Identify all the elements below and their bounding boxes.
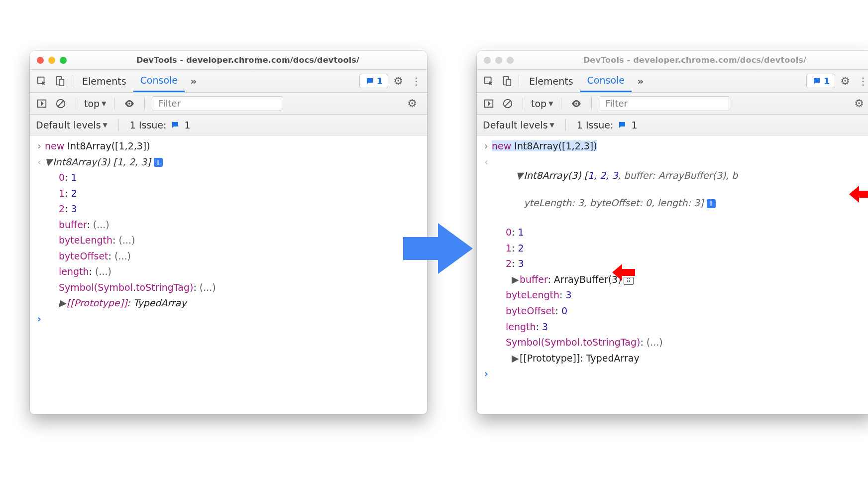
- separator: [519, 75, 519, 87]
- sidebar-toggle-icon[interactable]: [482, 97, 496, 111]
- context-selector[interactable]: top ▼: [84, 98, 106, 109]
- window-title: DevTools - developer.chrome.com/docs/dev…: [523, 55, 867, 65]
- separator: [561, 98, 561, 110]
- live-expression-icon[interactable]: [569, 97, 583, 111]
- callout-arrow-icon: [612, 264, 635, 281]
- devtools-window-before: DevTools - developer.chrome.com/docs/dev…: [30, 51, 427, 414]
- separator: [523, 98, 523, 110]
- prop-row[interactable]: ▶[[Prototype]]: TypedArray: [477, 351, 868, 367]
- tab-console[interactable]: Console: [580, 70, 632, 92]
- disclosure-open-icon[interactable]: ▼: [45, 155, 51, 169]
- zoom-icon[interactable]: [507, 57, 514, 64]
- prop-row[interactable]: byteOffset: 0: [477, 303, 868, 319]
- prop-row[interactable]: length: 3: [477, 319, 868, 335]
- device-icon[interactable]: [51, 74, 69, 89]
- prop-row[interactable]: 0: 1: [477, 225, 868, 241]
- separator: [591, 98, 592, 110]
- issue-indicator[interactable]: 1 Issue: 1: [577, 120, 638, 130]
- titlebar[interactable]: DevTools - developer.chrome.com/docs/dev…: [30, 51, 427, 70]
- prop-row[interactable]: Symbol(Symbol.toStringTag): (...): [30, 280, 427, 296]
- svg-point-11: [575, 103, 577, 105]
- prop-row[interactable]: byteLength: (...): [30, 233, 427, 249]
- clear-icon[interactable]: [54, 97, 68, 111]
- tab-elements[interactable]: Elements: [522, 70, 580, 92]
- prop-row[interactable]: 2: 3: [30, 201, 427, 217]
- separator: [72, 75, 72, 87]
- issues-count: 1: [824, 76, 830, 86]
- issues-count: 1: [377, 76, 383, 86]
- tab-elements[interactable]: Elements: [75, 70, 133, 92]
- chevron-down-icon: ▼: [103, 122, 108, 128]
- device-icon[interactable]: [498, 74, 516, 89]
- issue-label: 1 Issue:: [577, 120, 614, 130]
- minimize-icon[interactable]: [48, 57, 55, 64]
- clear-icon[interactable]: [501, 97, 515, 111]
- callout-arrow-icon: [849, 186, 868, 203]
- zoom-icon[interactable]: [60, 57, 67, 64]
- filter-input[interactable]: [153, 96, 282, 111]
- context-selector[interactable]: top ▼: [531, 98, 553, 109]
- kebab-icon[interactable]: ⋮: [411, 75, 421, 87]
- devtools-tabrow: Elements Console » 1 ⚙ ⋮: [30, 70, 427, 93]
- info-badge-icon[interactable]: i: [154, 158, 163, 167]
- console-settings-icon[interactable]: ⚙: [407, 97, 417, 110]
- console-result-row[interactable]: ‹ ▼Int8Array(3) [1, 2, 3, buffer: ArrayB…: [477, 154, 868, 225]
- prop-row[interactable]: 2: 3: [477, 256, 868, 272]
- prompt-icon: ›: [34, 312, 45, 326]
- chevron-down-icon: ▼: [550, 122, 554, 128]
- sidebar-toggle-icon[interactable]: [35, 97, 49, 111]
- input-code: new Int8Array([1,2,3]): [45, 139, 423, 153]
- prop-row[interactable]: 1: 2: [477, 241, 868, 256]
- console-toolbar: top ▼ ⚙: [30, 93, 427, 115]
- prop-row[interactable]: byteLength: 3: [477, 287, 868, 303]
- close-icon[interactable]: [484, 57, 491, 64]
- issue-badge: 1: [631, 120, 637, 130]
- traffic-lights: [484, 57, 514, 64]
- window-title: DevTools - developer.chrome.com/docs/dev…: [76, 55, 420, 65]
- disclosure-closed-icon[interactable]: ▶: [512, 352, 518, 366]
- disclosure-open-icon[interactable]: ▼: [516, 169, 522, 183]
- prop-row[interactable]: length: (...): [30, 264, 427, 280]
- disclosure-closed-icon[interactable]: ▶: [512, 273, 518, 287]
- more-tabs-icon[interactable]: »: [185, 74, 203, 89]
- console-settings-icon[interactable]: ⚙: [854, 97, 864, 110]
- tab-console[interactable]: Console: [133, 70, 185, 92]
- prompt-icon: ›: [481, 367, 492, 381]
- info-badge-icon[interactable]: i: [707, 199, 716, 208]
- prop-row-buffer[interactable]: ▶buffer: ArrayBuffer(3)⠿: [477, 272, 868, 288]
- prop-row[interactable]: byteOffset: (...): [30, 249, 427, 264]
- gear-icon[interactable]: ⚙: [840, 75, 850, 87]
- gear-icon[interactable]: ⚙: [393, 75, 403, 87]
- svg-rect-2: [59, 79, 64, 86]
- minimize-icon[interactable]: [495, 57, 502, 64]
- separator: [76, 98, 76, 110]
- issue-indicator[interactable]: 1 Issue: 1: [130, 120, 191, 130]
- console-output: › new Int8Array([1,2,3]) ‹ ▼Int8Array(3)…: [477, 135, 868, 414]
- issues-pill[interactable]: 1: [806, 74, 836, 88]
- inspect-icon[interactable]: [480, 74, 498, 89]
- issue-label: 1 Issue:: [130, 120, 167, 130]
- chevron-down-icon: ▼: [548, 100, 553, 107]
- prop-row[interactable]: 1: 2: [30, 186, 427, 202]
- close-icon[interactable]: [37, 57, 44, 64]
- chat-icon: [812, 77, 822, 86]
- levels-selector[interactable]: Default levels ▼: [36, 120, 108, 130]
- prop-row[interactable]: buffer: (...): [30, 217, 427, 233]
- prop-row[interactable]: ▶[[Prototype]]: TypedArray: [30, 295, 427, 311]
- console-output: › new Int8Array([1,2,3]) ‹ ▼Int8Array(3)…: [30, 135, 427, 414]
- prop-row[interactable]: Symbol(Symbol.toStringTag): (...): [477, 335, 868, 351]
- filter-input[interactable]: [600, 96, 729, 111]
- more-tabs-icon[interactable]: »: [632, 74, 650, 89]
- titlebar[interactable]: DevTools - developer.chrome.com/docs/dev…: [477, 51, 868, 70]
- live-expression-icon[interactable]: [122, 97, 136, 111]
- inspect-icon[interactable]: [33, 74, 51, 89]
- console-prompt-row[interactable]: ›: [30, 311, 427, 327]
- levels-selector[interactable]: Default levels ▼: [483, 120, 554, 130]
- disclosure-closed-icon[interactable]: ▶: [59, 296, 65, 310]
- separator: [114, 98, 114, 110]
- prop-row[interactable]: 0: 1: [30, 170, 427, 186]
- issues-pill[interactable]: 1: [359, 74, 389, 88]
- console-prompt-row[interactable]: ›: [477, 366, 868, 382]
- console-result-row[interactable]: ‹ ▼Int8Array(3) [1, 2, 3] i: [30, 154, 427, 170]
- kebab-icon[interactable]: ⋮: [858, 75, 868, 87]
